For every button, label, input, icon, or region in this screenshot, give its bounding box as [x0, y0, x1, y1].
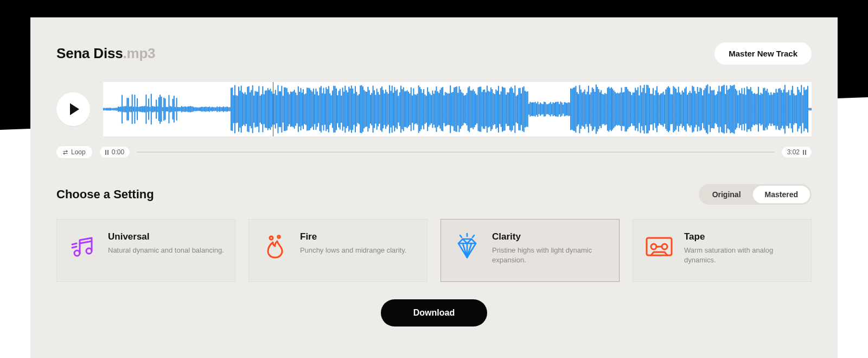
- svg-point-6: [278, 236, 280, 238]
- time-end-chip[interactable]: 3:02: [782, 147, 812, 158]
- svg-point-0: [74, 250, 80, 256]
- svg-line-15: [473, 235, 474, 237]
- setting-card-tape[interactable]: TapeWarm saturation with analog dynamics…: [633, 219, 812, 282]
- header-row: Sena Diss.mp3 Master New Track: [56, 42, 812, 65]
- original-mastered-toggle[interactable]: Original Mastered: [699, 184, 812, 205]
- svg-line-14: [460, 235, 462, 237]
- time-track[interactable]: [137, 152, 774, 153]
- player-row: [56, 82, 812, 136]
- pause-start-icon: [105, 150, 108, 155]
- settings-cards-row: UniversalNatural dynamic and tonal balan…: [56, 219, 812, 282]
- track-name: Sena Diss: [56, 45, 123, 61]
- track-extension: .mp3: [123, 45, 156, 61]
- playhead[interactable]: [273, 82, 273, 136]
- play-icon: [70, 103, 79, 115]
- toggle-original[interactable]: Original: [700, 186, 753, 203]
- track-title: Sena Diss.mp3: [56, 45, 155, 62]
- setting-card-universal[interactable]: UniversalNatural dynamic and tonal balan…: [56, 219, 235, 282]
- waveform[interactable]: [103, 82, 812, 136]
- diamond-icon: [452, 231, 482, 262]
- svg-point-1: [86, 248, 92, 254]
- music-note-icon: [68, 231, 98, 262]
- cassette-icon: [644, 231, 674, 262]
- svg-line-4: [72, 247, 76, 248]
- setting-desc: Warm saturation with analog dynamics.: [684, 246, 800, 265]
- waveform-svg: [103, 82, 812, 136]
- svg-line-2: [80, 241, 92, 243]
- setting-desc: Pristine highs with light dynamic expans…: [492, 246, 608, 265]
- flame-icon: [260, 231, 290, 262]
- download-button[interactable]: Download: [381, 299, 487, 326]
- loop-icon: ⇄: [63, 149, 68, 156]
- time-start-chip[interactable]: 0:00: [100, 147, 130, 158]
- setting-name: Universal: [108, 231, 224, 242]
- svg-point-5: [270, 236, 273, 240]
- setting-card-clarity[interactable]: ClarityPristine highs with light dynamic…: [441, 219, 620, 282]
- setting-card-fire[interactable]: FirePunchy lows and midrange clarity.: [248, 219, 427, 282]
- setting-name: Clarity: [492, 231, 608, 242]
- timeline-row: ⇄ Loop 0:00 3:02: [56, 146, 812, 158]
- setting-text: FirePunchy lows and midrange clarity.: [300, 231, 406, 269]
- time-end: 3:02: [787, 148, 800, 156]
- setting-text: TapeWarm saturation with analog dynamics…: [684, 231, 800, 269]
- play-button[interactable]: [56, 92, 90, 126]
- mastering-panel: Sena Diss.mp3 Master New Track ⇄ Loop 0:…: [30, 17, 838, 358]
- setting-text: ClarityPristine highs with light dynamic…: [492, 231, 608, 269]
- setting-text: UniversalNatural dynamic and tonal balan…: [108, 231, 224, 269]
- svg-line-3: [72, 243, 76, 244]
- setting-name: Tape: [684, 231, 800, 242]
- setting-name: Fire: [300, 231, 406, 242]
- pause-end-icon: [803, 150, 806, 155]
- time-start: 0:00: [112, 148, 124, 156]
- setting-desc: Punchy lows and midrange clarity.: [300, 246, 406, 255]
- download-row: Download: [56, 299, 812, 326]
- settings-header-row: Choose a Setting Original Mastered: [56, 184, 812, 205]
- toggle-mastered[interactable]: Mastered: [753, 186, 810, 203]
- master-new-track-button[interactable]: Master New Track: [714, 42, 812, 65]
- loop-button[interactable]: ⇄ Loop: [56, 146, 92, 158]
- settings-title: Choose a Setting: [56, 187, 154, 202]
- loop-label: Loop: [71, 148, 86, 156]
- setting-desc: Natural dynamic and tonal balancing.: [108, 246, 224, 255]
